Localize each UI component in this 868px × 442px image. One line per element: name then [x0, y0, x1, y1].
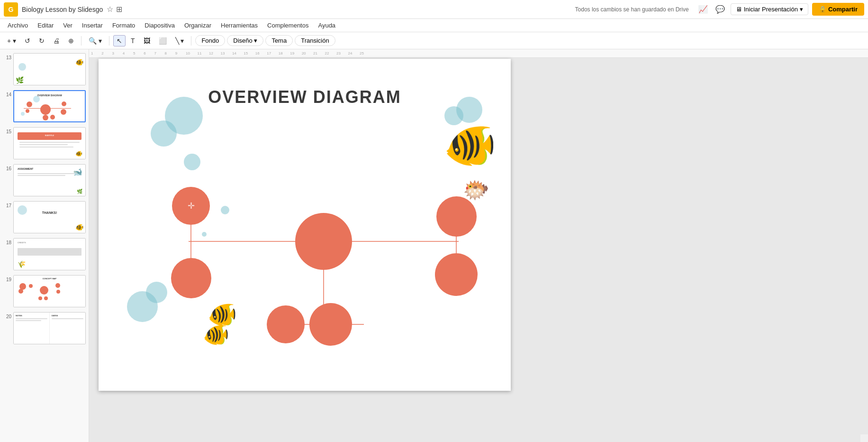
blob-small-left — [221, 206, 229, 214]
menu-archivo[interactable]: Archivo — [4, 21, 32, 30]
menu-bar: Archivo Editar Ver Insertar Formato Diap… — [0, 19, 868, 32]
cm2 — [18, 289, 23, 294]
top-left-circle[interactable]: ✛ — [172, 187, 210, 225]
thumb-box-18: CREDITS 🌾 — [13, 238, 86, 270]
canvas-area[interactable]: 1 2 3 4 5 6 7 8 9 10 11 12 13 14 15 16 1… — [89, 49, 868, 442]
fondo-button[interactable]: Fondo — [195, 35, 225, 46]
thumb-box-19: CONCEPT MAP — [13, 275, 86, 307]
folder-icon[interactable]: ⊞ — [116, 5, 122, 14]
menu-organizar[interactable]: Organizar — [181, 21, 215, 30]
thanks-fish: 🐠 — [75, 223, 83, 231]
line1 — [16, 318, 47, 319]
mb2 — [21, 112, 25, 116]
coral-deco: 🌿 — [16, 76, 24, 84]
separator — [81, 36, 81, 46]
center-circle — [295, 213, 352, 270]
mc2 — [26, 109, 29, 113]
menu-editar[interactable]: Editar — [34, 21, 57, 30]
thumb-box-13: 🌿 🐠 — [13, 53, 86, 85]
present-button[interactable]: 🖥 Iniciar Presentación ▾ — [731, 3, 808, 15]
bottom-center-right-circle — [309, 303, 352, 346]
menu-formato[interactable]: Formato — [108, 21, 139, 30]
slide-num-18: 18 — [3, 238, 11, 245]
credits-box — [18, 248, 81, 256]
small-fish-deco-right: 🐡 — [463, 177, 489, 203]
app-logo: G — [4, 2, 18, 17]
blob-bottom-left2 — [146, 282, 167, 303]
cm5 — [56, 290, 60, 294]
ruler-top: 1 2 3 4 5 6 7 8 9 10 11 12 13 14 15 16 1… — [89, 49, 868, 58]
cm-center — [40, 286, 48, 295]
select-tool[interactable]: ↖ — [113, 35, 126, 46]
star-icon[interactable]: ☆ — [107, 5, 113, 14]
line-tool[interactable]: ╲ ▾ — [172, 35, 188, 46]
saved-message: Todos los cambios se han guardado en Dri… — [575, 6, 689, 13]
slide-thumb-18[interactable]: 18 CREDITS 🌾 — [2, 237, 87, 271]
mc3 — [62, 101, 66, 106]
transicion-button[interactable]: Transición — [295, 35, 335, 46]
cm7 — [44, 296, 48, 300]
comments-button[interactable]: 💬 — [714, 3, 727, 16]
image-tool[interactable]: 🖼 — [140, 35, 154, 46]
present-label: Iniciar Presentación — [744, 6, 798, 13]
slide-thumb-15[interactable]: 15 SUBTITLE 🐠 — [2, 126, 87, 160]
share-button[interactable]: 🔒 Compartir — [812, 3, 864, 16]
v-line — [45, 110, 46, 120]
thumb14-title: OVERVIEW DIAGRAM — [14, 94, 85, 97]
thumb-box-20: NOTES DATES — [13, 312, 86, 344]
cm6 — [38, 296, 42, 300]
menu-insertar[interactable]: Insertar — [78, 21, 107, 30]
undo-button[interactable]: ↺ — [21, 35, 34, 46]
menu-diapositiva[interactable]: Diapositiva — [141, 21, 179, 30]
slide-title: OVERVIEW DIAGRAM — [99, 87, 511, 107]
fish-deco: 🐠 — [75, 58, 83, 66]
mc1 — [27, 101, 32, 107]
menu-ver[interactable]: Ver — [59, 21, 76, 30]
mb1 — [33, 96, 40, 102]
slide-thumb-16[interactable]: 16 ASSIGNMENT 🐋 🌿 — [2, 163, 87, 197]
bottom-left-circle — [171, 258, 211, 298]
blob-top-left2 — [151, 120, 177, 147]
print-button[interactable]: 🖨 — [50, 35, 63, 46]
monitor-icon: 🖥 — [736, 6, 742, 13]
coral-deco16: 🌿 — [77, 189, 82, 194]
cm4 — [55, 283, 60, 288]
menu-ayuda[interactable]: Ayuda — [314, 21, 339, 30]
slides-panel: 13 🌿 🐠 14 OVERVIEW DIAGRAM — [0, 49, 89, 442]
slide16-title: ASSIGNMENT — [18, 167, 33, 170]
slide-thumb-14[interactable]: 14 OVERVIEW DIAGRAM — [2, 89, 87, 123]
redo-button[interactable]: ↻ — [36, 35, 48, 46]
concept-map-label: CONCEPT MAP — [14, 277, 85, 280]
mc6 — [50, 115, 55, 120]
notes-label: NOTES — [16, 314, 47, 317]
line3 — [52, 318, 83, 319]
tema-button[interactable]: Tema — [265, 35, 293, 46]
diseno-button[interactable]: Diseño ▾ — [227, 35, 263, 46]
analytics-button[interactable]: 📈 — [696, 3, 710, 16]
separator2 — [109, 36, 109, 46]
document-title: Biology Lesson by Slidesgo — [22, 6, 103, 13]
thumb-box-15: SUBTITLE 🐠 — [13, 127, 86, 159]
zoom-display[interactable]: 🔍 ▾ — [85, 35, 105, 46]
slide-num-15: 15 — [3, 127, 11, 134]
menu-herramientas[interactable]: Herramientas — [217, 21, 262, 30]
menu-complementos[interactable]: Complementos — [263, 21, 312, 30]
slide-num-19: 19 — [3, 275, 11, 282]
subtitle-label: SUBTITLE — [19, 134, 80, 137]
thumb-box-16: ASSIGNMENT 🐋 🌿 — [13, 164, 86, 196]
toolbar: + ▾ ↺ ↻ 🖨 ⊕ 🔍 ▾ ↖ T 🖼 ⬜ ╲ ▾ Fondo Diseño… — [0, 32, 868, 49]
slide-thumb-13[interactable]: 13 🌿 🐠 — [2, 52, 87, 86]
blob-mid-left — [184, 154, 200, 170]
slide-thumb-17[interactable]: 17 THANKS! 🐠 — [2, 200, 87, 234]
add-button[interactable]: + ▾ — [4, 35, 19, 46]
mc4 — [61, 109, 66, 115]
paint-format-button[interactable]: ⊕ — [65, 35, 77, 46]
slide-thumb-20[interactable]: 20 NOTES DATES — [2, 311, 87, 345]
blob-tiny — [202, 232, 207, 237]
seaweed-icon: 🌾 — [18, 260, 26, 268]
slide-thumb-19[interactable]: 19 CONCEPT MAP — [2, 274, 87, 308]
shapes-tool[interactable]: ⬜ — [155, 35, 170, 46]
text-tool[interactable]: T — [127, 35, 138, 46]
main-layout: 13 🌿 🐠 14 OVERVIEW DIAGRAM — [0, 49, 868, 442]
blob-deco — [18, 63, 26, 71]
